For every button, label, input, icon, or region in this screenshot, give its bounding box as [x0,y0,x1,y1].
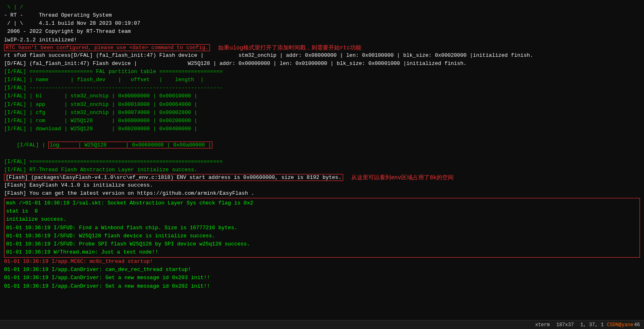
statusbar-extra: 46 [634,322,640,328]
fal-row-app: [I/FAL] | app | stm32_onchip | 0x0001000… [4,101,640,109]
statusbar-coords: 187x37 [556,322,574,328]
flash-env-annotation: 从这里可以看到env区域占用了8k的空间 [351,174,454,181]
flash-easy1: [Flash] EasyFlash V4.1.0 is initialize s… [4,181,640,189]
statusbar: xterm 187x37 1, 37, 1 CSDN@yane 46 [0,320,644,329]
fal-footer: [I/FAL] ================================… [4,158,640,166]
terminal: \ | / - RT - Thread Operating System / |… [0,0,644,329]
flash-easy2: [Flash] You can get the latest version o… [4,189,640,198]
line-slash: \ | / [4,3,640,11]
msh-line-5: 01-01 10:36:19 I/SFUD: Probe SPI flash W… [6,240,638,248]
flash-env-container: [Flash] (packages\EasyFlash-v4.1.0\src\e… [4,174,640,181]
fal-header1: [I/FAL] ==================== FAL partiti… [4,68,640,76]
msh-line-4: 01-01 10:36:19 I/SFUD: W25Q128 flash dev… [6,232,638,240]
line-copyright: 2006 - 2022 Copyright by RT-Thread team [4,28,640,36]
can-line-0: 01-01 10:36:19 I/app.CanDriver: can_dev_… [4,266,640,274]
rtc-line-container: RTC hasn't been configured, please use <… [4,44,640,52]
statusbar-cursor: 1, 37, 1 [580,322,604,328]
fal-row-download: [I/FAL] | download | W25Q128 | 0x0020000… [4,125,640,133]
fal-header3: [I/FAL] --------------------------------… [4,84,640,92]
statusbar-xterm: xterm [535,322,550,328]
fal-row-bl: [I/FAL] | bl | stm32_onchip | 0x00000000… [4,92,640,100]
can-line-1: 01-01 10:36:19 I/app.CanDriver: Get a ne… [4,274,640,282]
sfud-line: rt sfud flash success[D/FAL] (fal_flash_… [4,52,640,60]
line-lwip: lwIP-2.1.2 initialized! [4,36,640,44]
rtc-annotation: 如果ulog格式里打开了添加时间戳，则需要开始rtc功能 [218,44,361,52]
msh-line-1: stat is 0 [6,207,638,215]
msh-line-0: msh />01-01 10:36:19 I/sal.skt: Socket A… [6,199,638,207]
rtc-box: RTC hasn't been configured, please use <… [4,44,210,51]
fal-row-cfg: [I/FAL] | cfg | stm32_onchip | 0x0007400… [4,109,640,117]
can-line-3: 01-01 10:36:19 I/app.CanDriver: Get a ne… [4,282,640,290]
flash-env-box: [Flash] (packages\EasyFlash-v4.1.0\src\e… [4,174,343,181]
line-rt: - RT - Thread Operating System [4,11,640,19]
msh-line-6: 01-01 10:36:19 W/Thread.main: Just a tes… [6,248,638,256]
dfal-line: [D/FAL] (fal_flash_init:47) Flash device… [4,60,640,68]
line-version: / | \ 4.1.1 build Nov 28 2023 00:19:07 [4,19,640,28]
fal-row-log: [I/FAL] | log | W25Q128 | 0x00600000 | 0… [4,133,640,157]
mc6c-line: 01-01 10:36:19 I/app.MC6C: mc6c_thread s… [4,258,640,266]
msh-block: msh />01-01 10:36:19 I/sal.skt: Socket A… [4,198,640,258]
fal-success: [I/FAL] RT-Thread Flash Abstraction Laye… [4,166,640,174]
msh-line-3: 01-01 10:36:19 I/SFUD: Find a Winbond fl… [6,224,638,232]
msh-line-2: initialize success. [6,215,638,224]
statusbar-logo: CSDN@yane [607,322,633,328]
fal-row-rom: [I/FAL] | rom | W25Q128 | 0x00000000 | 0… [4,117,640,125]
fal-header2: [I/FAL] | name | flash_dev | offset | le… [4,76,640,84]
